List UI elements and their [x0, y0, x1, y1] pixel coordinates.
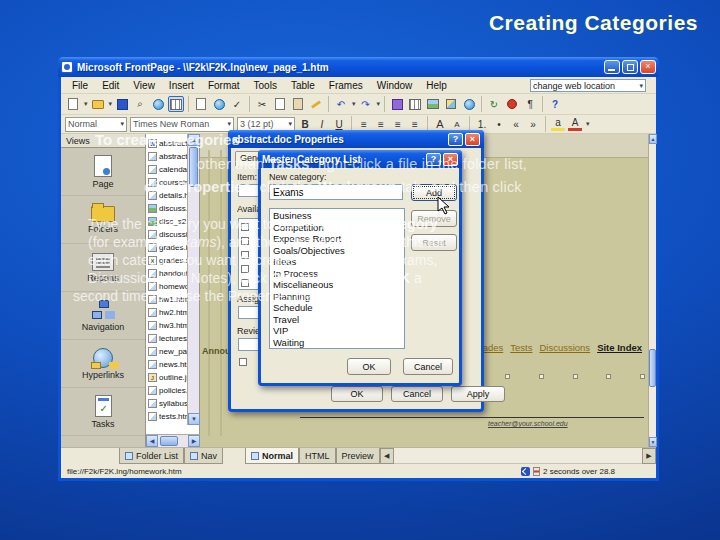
- redo-button[interactable]: ↷: [358, 96, 374, 112]
- font-color-button[interactable]: A: [568, 117, 582, 131]
- insert-table-button[interactable]: [407, 96, 423, 112]
- menu-edit[interactable]: Edit: [95, 80, 126, 91]
- editor-horizontal-scroll-track[interactable]: [394, 448, 642, 464]
- file-row[interactable]: hw2.htm: [146, 306, 188, 319]
- file-row[interactable]: policies.htm: [146, 384, 188, 397]
- close-button[interactable]: ×: [465, 133, 480, 146]
- italic-button[interactable]: I: [315, 119, 329, 130]
- chevron-down-icon[interactable]: ▾: [586, 120, 590, 128]
- decrease-font-button[interactable]: A: [450, 120, 464, 129]
- hyperlink-button[interactable]: [461, 96, 477, 112]
- category-item[interactable]: Travel: [270, 314, 404, 326]
- editor-vertical-scrollbar[interactable]: ▲ ▼: [648, 134, 656, 447]
- file-row[interactable]: Joutline.js: [146, 371, 188, 384]
- spelling-button[interactable]: ✓: [229, 96, 245, 112]
- scroll-down-icon[interactable]: ▼: [649, 437, 657, 447]
- show-all-button[interactable]: ¶: [522, 96, 538, 112]
- view-item-page[interactable]: Page: [61, 148, 145, 196]
- tab-folder-list[interactable]: Folder List: [119, 448, 184, 464]
- menu-frames[interactable]: Frames: [322, 80, 370, 91]
- tab-preview-view[interactable]: Preview: [336, 448, 380, 464]
- insert-picture-button[interactable]: [425, 96, 441, 112]
- file-row[interactable]: lectures.htm: [146, 332, 188, 345]
- scroll-down-icon[interactable]: ▼: [188, 413, 200, 425]
- scrollbar-thumb[interactable]: [160, 436, 178, 446]
- bold-button[interactable]: B: [298, 119, 312, 130]
- cancel-button[interactable]: Cancel: [391, 386, 443, 402]
- close-button[interactable]: ×: [640, 60, 656, 74]
- scroll-right-icon[interactable]: ▶: [642, 448, 656, 464]
- ok-button[interactable]: OK: [331, 386, 383, 402]
- chevron-down-icon[interactable]: ▾: [84, 100, 88, 108]
- menu-window[interactable]: Window: [370, 80, 420, 91]
- view-item-tasks[interactable]: Tasks: [61, 388, 145, 436]
- email-link[interactable]: teacher@your.school.edu: [488, 420, 568, 427]
- stop-button[interactable]: [504, 96, 520, 112]
- menu-help[interactable]: Help: [419, 80, 454, 91]
- format-painter-button[interactable]: [308, 96, 324, 112]
- apply-button[interactable]: Apply: [451, 386, 505, 402]
- decrease-indent-button[interactable]: «: [509, 119, 523, 130]
- font-combobox[interactable]: Times New Roman▾: [130, 117, 234, 132]
- help-button[interactable]: ?: [448, 133, 463, 146]
- tab-normal-view[interactable]: Normal: [245, 448, 299, 464]
- page-link[interactable]: Tests: [510, 342, 532, 353]
- menu-table[interactable]: Table: [284, 80, 322, 91]
- web-location-combobox[interactable]: change web location ▾: [530, 79, 646, 92]
- open-button[interactable]: [90, 96, 106, 112]
- print-button[interactable]: [193, 96, 209, 112]
- page-link[interactable]: Site Index: [597, 342, 642, 353]
- file-row[interactable]: new_page_1.htm: [146, 345, 188, 358]
- justify-button[interactable]: ≡: [408, 119, 422, 130]
- cut-button[interactable]: ✂: [254, 96, 270, 112]
- scrollbar-thumb[interactable]: [649, 349, 656, 387]
- tab-html-view[interactable]: HTML: [299, 448, 336, 464]
- file-row[interactable]: news.htm: [146, 358, 188, 371]
- align-right-button[interactable]: ≡: [391, 119, 405, 130]
- menu-file[interactable]: File: [65, 80, 95, 91]
- menu-insert[interactable]: Insert: [162, 80, 201, 91]
- copy-button[interactable]: [272, 96, 288, 112]
- drawing-button[interactable]: [443, 96, 459, 112]
- increase-font-button[interactable]: A: [433, 118, 447, 130]
- restore-button[interactable]: [622, 60, 638, 74]
- file-row[interactable]: hw3.htm: [146, 319, 188, 332]
- web-component-button[interactable]: [389, 96, 405, 112]
- minimize-button[interactable]: [604, 60, 620, 74]
- ok-button[interactable]: OK: [347, 358, 391, 375]
- exclude-file-checkbox[interactable]: [239, 358, 247, 366]
- file-row[interactable]: tests.htm: [146, 410, 188, 423]
- scroll-up-icon[interactable]: ▲: [649, 134, 657, 144]
- view-item-hyperlinks[interactable]: Hyperlinks: [61, 340, 145, 388]
- file-row[interactable]: abstract.htm: [146, 150, 188, 163]
- numbered-list-button[interactable]: 1.: [475, 119, 489, 130]
- file-row[interactable]: syllabus.htm: [146, 397, 188, 410]
- scroll-right-icon[interactable]: ▶: [188, 435, 200, 447]
- help-button[interactable]: ?: [547, 96, 563, 112]
- chevron-down-icon[interactable]: ▾: [377, 100, 381, 108]
- category-item[interactable]: VIP: [270, 325, 404, 337]
- cancel-button[interactable]: Cancel: [403, 358, 453, 375]
- tab-navigation[interactable]: Nav: [184, 448, 223, 464]
- file-row[interactable]: calendar.htm: [146, 163, 188, 176]
- properties-dialog-titlebar[interactable]: abstract.doc Properties ? ×: [228, 130, 484, 148]
- align-center-button[interactable]: ≡: [374, 119, 388, 130]
- undo-button[interactable]: ↶: [333, 96, 349, 112]
- window-titlebar[interactable]: Microsoft FrontPage - \\F2k\F2K.lng\new_…: [58, 57, 659, 77]
- menu-format[interactable]: Format: [201, 80, 247, 91]
- page-link[interactable]: Discussions: [539, 342, 590, 353]
- style-combobox[interactable]: Normal▾: [65, 117, 127, 132]
- publish-web-button[interactable]: [150, 96, 166, 112]
- underline-button[interactable]: U: [332, 119, 346, 130]
- folder-list-horizontal-scrollbar[interactable]: ◀ ▶: [146, 434, 200, 447]
- refresh-button[interactable]: ↻: [486, 96, 502, 112]
- new-page-button[interactable]: [65, 96, 81, 112]
- bullet-list-button[interactable]: •: [492, 119, 506, 130]
- chevron-down-icon[interactable]: ▾: [109, 100, 113, 108]
- menu-view[interactable]: View: [126, 80, 162, 91]
- menu-tools[interactable]: Tools: [247, 80, 284, 91]
- preview-in-browser-button[interactable]: [211, 96, 227, 112]
- save-button[interactable]: [114, 96, 130, 112]
- chevron-down-icon[interactable]: ▾: [352, 100, 356, 108]
- search-button[interactable]: ⌕: [132, 96, 148, 112]
